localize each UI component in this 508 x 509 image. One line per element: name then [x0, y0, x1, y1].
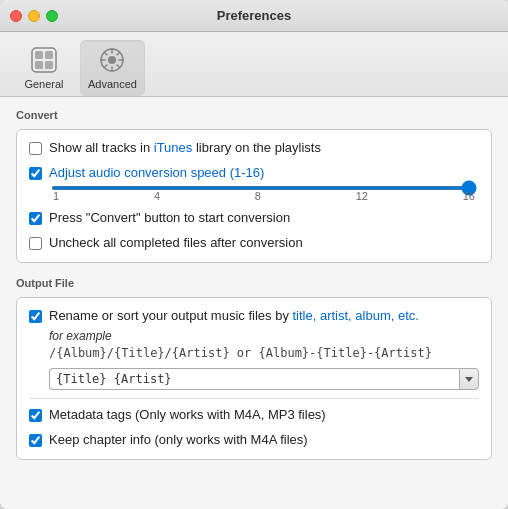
toolbar: General Advanced	[0, 32, 508, 97]
show-all-tracks-row: Show all tracks in iTunes library on the…	[29, 140, 479, 157]
example-path-text: /{Album}/{Title}/{Artist} or {Album}-{Ti…	[49, 346, 432, 360]
svg-line-13	[117, 52, 120, 55]
chevron-down-icon	[465, 377, 473, 382]
minimize-button[interactable]	[28, 10, 40, 22]
svg-rect-3	[45, 51, 53, 59]
tab-advanced-label: Advanced	[88, 78, 137, 90]
metadata-tags-label[interactable]: Metadata tags (Only works with M4A, MP3 …	[49, 407, 326, 424]
tab-general[interactable]: General	[16, 40, 72, 96]
svg-line-11	[105, 52, 108, 55]
show-all-tracks-checkbox[interactable]	[29, 142, 42, 155]
keep-chapter-label[interactable]: Keep chapter info (only works with M4A f…	[49, 432, 308, 449]
svg-line-14	[105, 65, 108, 68]
general-icon	[28, 44, 60, 76]
slider-label-4: 4	[154, 190, 160, 202]
output-section-title: Output File	[16, 277, 492, 289]
pattern-input[interactable]	[49, 368, 459, 390]
svg-line-12	[117, 65, 120, 68]
rename-sort-checkbox[interactable]	[29, 310, 42, 323]
example-label-text: for example	[49, 329, 112, 343]
svg-rect-1	[35, 51, 43, 59]
slider-label-1: 1	[53, 190, 59, 202]
uncheck-completed-label[interactable]: Uncheck all completed files after conver…	[49, 235, 303, 252]
rename-sort-label[interactable]: Rename or sort your output music files b…	[49, 308, 419, 325]
advanced-icon	[96, 44, 128, 76]
close-button[interactable]	[10, 10, 22, 22]
keep-chapter-row: Keep chapter info (only works with M4A f…	[29, 432, 479, 449]
output-section: Output File Rename or sort your output m…	[16, 277, 492, 461]
pattern-input-row	[49, 368, 479, 390]
slider-label-16: 16	[463, 190, 475, 202]
example-label: for example	[49, 328, 479, 343]
svg-rect-4	[45, 61, 53, 69]
rename-row: Rename or sort your output music files b…	[29, 308, 479, 325]
traffic-lights	[10, 10, 58, 22]
separator	[29, 398, 479, 399]
tab-general-label: General	[24, 78, 63, 90]
pattern-dropdown-button[interactable]	[459, 368, 479, 390]
convert-section: Convert Show all tracks in iTunes librar…	[16, 109, 492, 263]
main-content: Convert Show all tracks in iTunes librar…	[0, 97, 508, 509]
keep-chapter-checkbox[interactable]	[29, 434, 42, 447]
speed-slider[interactable]	[51, 186, 477, 190]
svg-point-6	[108, 56, 116, 64]
preferences-window: Preferences General	[0, 0, 508, 509]
titlebar: Preferences	[0, 0, 508, 32]
example-path: /{Album}/{Title}/{Artist} or {Album}-{Ti…	[49, 345, 479, 360]
svg-rect-2	[35, 61, 43, 69]
maximize-button[interactable]	[46, 10, 58, 22]
press-convert-checkbox[interactable]	[29, 212, 42, 225]
press-convert-row: Press "Convert" button to start conversi…	[29, 210, 479, 227]
metadata-tags-checkbox[interactable]	[29, 409, 42, 422]
metadata-tags-row: Metadata tags (Only works with M4A, MP3 …	[29, 407, 479, 424]
adjust-audio-speed-checkbox[interactable]	[29, 167, 42, 180]
convert-section-box: Show all tracks in iTunes library on the…	[16, 129, 492, 263]
tab-advanced[interactable]: Advanced	[80, 40, 145, 96]
output-section-box: Rename or sort your output music files b…	[16, 297, 492, 461]
uncheck-completed-checkbox[interactable]	[29, 237, 42, 250]
window-title: Preferences	[217, 8, 291, 23]
slider-label-8: 8	[255, 190, 261, 202]
press-convert-label[interactable]: Press "Convert" button to start conversi…	[49, 210, 290, 227]
show-all-tracks-label[interactable]: Show all tracks in iTunes library on the…	[49, 140, 321, 157]
uncheck-completed-row: Uncheck all completed files after conver…	[29, 235, 479, 252]
slider-label-12: 12	[356, 190, 368, 202]
speed-slider-container: 1 4 8 12 16	[29, 186, 479, 202]
convert-section-title: Convert	[16, 109, 492, 121]
